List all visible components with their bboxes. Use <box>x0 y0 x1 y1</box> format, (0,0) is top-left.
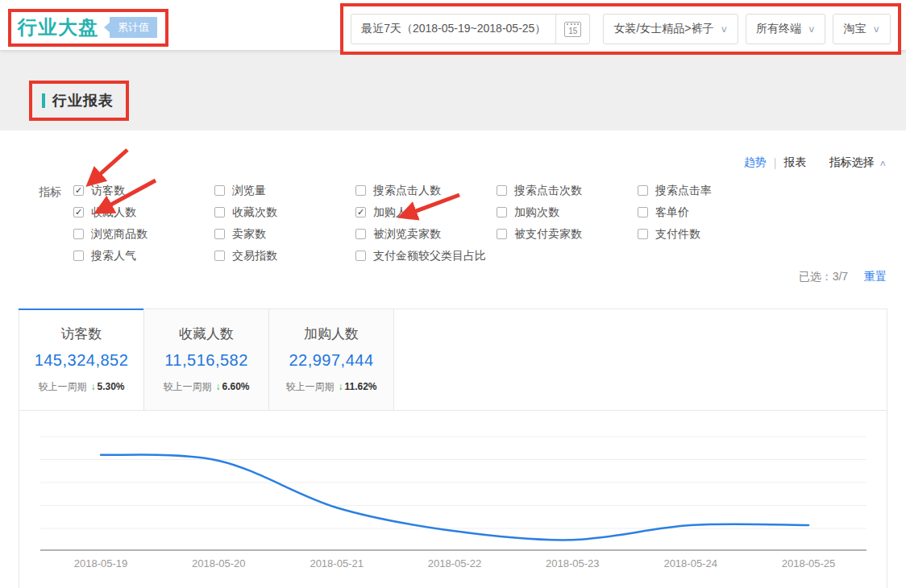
metric-select-toggle[interactable]: 指标选择 ∧ <box>829 155 887 170</box>
category-dropdown[interactable]: 女装/女士精品>裤子 ∨ <box>603 14 738 44</box>
reset-link[interactable]: 重置 <box>864 270 887 283</box>
metric-label: 加购次数 <box>514 205 559 220</box>
metric-label: 支付金额较父类目占比 <box>373 249 486 263</box>
metric-label: 收藏人数 <box>91 205 136 220</box>
checkbox-unchecked[interactable] <box>355 185 366 196</box>
down-arrow-icon: ↓ <box>215 381 220 392</box>
metric-option[interactable]: 客单价 <box>638 206 779 218</box>
metric-column-1: ✓访客数✓收藏人数浏览商品数搜索人气 <box>73 184 214 271</box>
checkbox-unchecked[interactable] <box>497 229 507 239</box>
x-axis-label: 2018-05-23 <box>546 557 600 569</box>
checkbox-unchecked[interactable] <box>214 207 225 217</box>
platform-dropdown[interactable]: 淘宝 ∨ <box>833 14 891 44</box>
checkbox-unchecked[interactable] <box>638 229 648 239</box>
metric-label: 被浏览卖家数 <box>373 227 441 242</box>
metric-columns: ✓访客数✓收藏人数浏览商品数搜索人气浏览量收藏次数卖家数交易指数搜索点击人数✓加… <box>73 184 779 271</box>
tab-value: 145,324,852 <box>19 351 143 370</box>
x-axis-label: 2018-05-21 <box>310 557 364 569</box>
checkbox-unchecked[interactable] <box>355 251 366 261</box>
chevron-up-icon: ∧ <box>879 158 887 168</box>
category-value: 女装/女士精品>裤子 <box>613 22 713 36</box>
metric-label: 浏览商品数 <box>91 227 148 242</box>
calendar-button[interactable]: 15 <box>555 14 589 43</box>
filters-annotation-box: 最近7天（2018-05-19~2018-05-25） 15 女装/女士精品>裤… <box>340 3 901 55</box>
checkbox-unchecked[interactable] <box>497 185 507 196</box>
checkbox-unchecked[interactable] <box>214 185 225 196</box>
metric-tab-3[interactable]: 加购人数22,997,444较上一周期↓11.62% <box>269 309 394 410</box>
x-axis-label: 2018-05-25 <box>782 557 836 569</box>
metric-option[interactable]: 支付金额较父类目占比 <box>355 250 497 262</box>
metric-tab-2[interactable]: 收藏人数11,516,582较上一周期↓6.60% <box>144 309 269 410</box>
metric-label: 访客数 <box>91 184 125 198</box>
metric-label: 搜索点击次数 <box>514 184 582 198</box>
tab-compare: 较上一周期↓11.62% <box>269 380 393 394</box>
metric-option[interactable]: ✓访客数 <box>73 184 214 197</box>
metric-option[interactable]: 搜索点击人数 <box>355 184 497 197</box>
metric-option[interactable]: 加购次数 <box>497 206 638 218</box>
metric-option[interactable]: 支付件数 <box>638 228 779 240</box>
down-arrow-icon: ↓ <box>90 381 95 392</box>
metric-label: 收藏次数 <box>232 205 277 220</box>
title-annotation-box: 行业大盘 累计值 <box>8 9 168 47</box>
metrics-selector: 指标 ✓访客数✓收藏人数浏览商品数搜索人气浏览量收藏次数卖家数交易指数搜索点击人… <box>39 184 779 271</box>
metric-option[interactable]: ✓加购人数 <box>355 206 497 218</box>
section-title: 行业报表 <box>52 91 114 110</box>
metric-option[interactable]: 被支付卖家数 <box>497 228 638 240</box>
annotation-arrow <box>90 150 127 183</box>
date-range-picker[interactable]: 最近7天（2018-05-19~2018-05-25） 15 <box>351 14 590 44</box>
checkbox-unchecked[interactable] <box>73 251 84 261</box>
tab-compare: 较上一周期↓5.30% <box>19 380 143 394</box>
terminal-value: 所有终端 <box>756 22 801 36</box>
metric-option[interactable]: 搜索点击次数 <box>497 184 638 197</box>
checkbox-unchecked[interactable] <box>355 229 366 239</box>
metric-option[interactable]: 搜索人气 <box>73 250 214 262</box>
checkbox-unchecked[interactable] <box>497 207 507 217</box>
metric-option[interactable]: ✓收藏人数 <box>73 206 214 218</box>
metric-label: 加购人数 <box>373 205 418 220</box>
checkbox-unchecked[interactable] <box>214 251 225 261</box>
view-switch: 趋势 | 报表 指标选择 ∧ <box>744 155 887 170</box>
tab-value: 22,997,444 <box>269 351 393 370</box>
metric-tab-1[interactable]: 访客数145,324,852较上一周期↓5.30% <box>19 309 144 410</box>
metric-label: 被支付卖家数 <box>514 227 582 242</box>
platform-value: 淘宝 <box>843 22 866 36</box>
metrics-label: 指标 <box>39 184 61 200</box>
metric-label: 浏览量 <box>232 184 266 198</box>
checkbox-unchecked[interactable] <box>214 229 225 239</box>
metric-option[interactable]: 浏览商品数 <box>73 228 214 240</box>
page: 行业大盘 累计值 最近7天（2018-05-19~2018-05-25） 15 … <box>0 0 906 588</box>
selected-count: 已选：3/7 <box>799 270 848 283</box>
checkbox-checked[interactable]: ✓ <box>355 207 366 217</box>
checkbox-unchecked[interactable] <box>638 207 648 217</box>
trend-line-chart: 2018-05-192018-05-202018-05-212018-05-22… <box>19 411 887 588</box>
tab-label: 加购人数 <box>269 325 393 343</box>
checkbox-unchecked[interactable] <box>73 229 84 239</box>
x-axis-label: 2018-05-20 <box>192 557 246 569</box>
metric-label: 卖家数 <box>232 227 266 242</box>
terminal-dropdown[interactable]: 所有终端 ∨ <box>746 14 826 44</box>
metric-option[interactable]: 收藏次数 <box>214 206 355 218</box>
trend-line-series <box>101 455 808 540</box>
metric-option[interactable]: 搜索点击率 <box>638 184 779 197</box>
metric-option[interactable]: 交易指数 <box>214 250 355 262</box>
kpi-tabs: 访客数145,324,852较上一周期↓5.30%收藏人数11,516,582较… <box>19 309 887 411</box>
section-band <box>0 50 906 130</box>
selection-summary-row: 已选：3/7 重置 <box>799 270 887 284</box>
metric-column-3: 搜索点击人数✓加购人数被浏览卖家数支付金额较父类目占比 <box>355 184 497 271</box>
metric-label: 支付件数 <box>655 227 700 242</box>
tab-value: 11,516,582 <box>144 351 268 370</box>
checkbox-checked[interactable]: ✓ <box>73 207 84 217</box>
metric-option[interactable]: 浏览量 <box>214 184 355 197</box>
down-arrow-icon: ↓ <box>338 381 343 392</box>
tab-compare: 较上一周期↓6.60% <box>144 380 268 394</box>
metric-option[interactable]: 卖家数 <box>214 228 355 240</box>
checkbox-unchecked[interactable] <box>638 185 648 196</box>
section-marker <box>42 93 45 108</box>
trend-view-link[interactable]: 趋势 <box>744 155 767 170</box>
report-view-link[interactable]: 报表 <box>783 155 806 170</box>
checkbox-checked[interactable]: ✓ <box>73 185 84 196</box>
x-axis-label: 2018-05-19 <box>74 557 128 569</box>
tab-label: 收藏人数 <box>144 325 268 343</box>
date-range-text: 最近7天（2018-05-19~2018-05-25） <box>351 14 555 43</box>
metric-option[interactable]: 被浏览卖家数 <box>355 228 497 240</box>
